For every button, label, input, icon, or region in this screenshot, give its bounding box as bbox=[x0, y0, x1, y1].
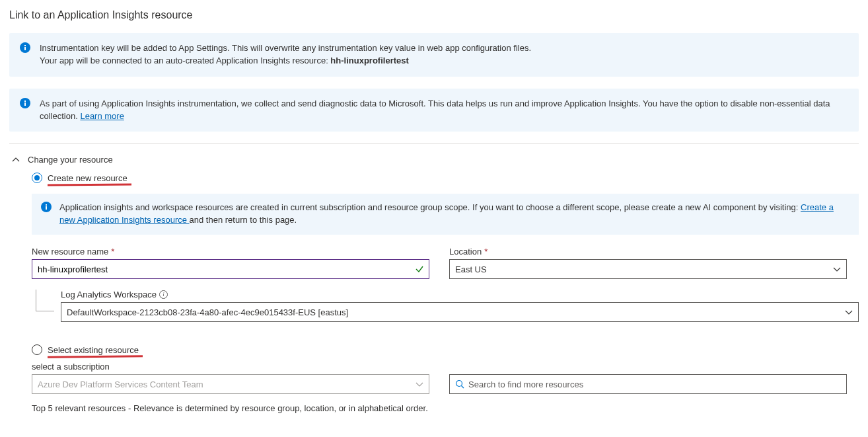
learn-more-link[interactable]: Learn more bbox=[80, 111, 124, 121]
svg-line-10 bbox=[462, 386, 464, 389]
radio-input[interactable] bbox=[32, 344, 42, 355]
checkmark-icon bbox=[415, 264, 424, 274]
info-line-2-prefix: Your app will be connected to an auto-cr… bbox=[40, 56, 330, 65]
info-line-2: Your app will be connected to an auto-cr… bbox=[40, 55, 848, 67]
svg-rect-1 bbox=[24, 47, 26, 50]
info-icon bbox=[20, 42, 30, 53]
radio-select-existing[interactable]: Select existing resource bbox=[32, 344, 859, 355]
radio-create-new[interactable]: Create new resource bbox=[32, 173, 859, 183]
info-telemetry-text: As part of using Application Insights in… bbox=[40, 99, 830, 121]
info-banner-create-scope: Application insights and workspace resou… bbox=[32, 194, 859, 235]
svg-rect-4 bbox=[24, 102, 26, 106]
svg-rect-8 bbox=[46, 204, 47, 206]
create-info-text: Application insights and workspace resou… bbox=[59, 202, 801, 212]
resource-search-input[interactable]: Search to find more resources bbox=[449, 374, 847, 394]
svg-point-9 bbox=[456, 381, 462, 387]
new-resource-name-input[interactable] bbox=[32, 259, 429, 279]
radio-label-wrap: Select existing resource bbox=[48, 345, 139, 355]
chevron-down-icon bbox=[416, 380, 423, 388]
workspace-value: DefaultWorkspace-2123cb08-23fa-4a80-afec… bbox=[67, 307, 348, 317]
info-hint-icon[interactable]: i bbox=[159, 290, 168, 299]
location-select[interactable]: East US bbox=[449, 259, 847, 279]
radio-label-wrap: Create new resource bbox=[48, 173, 127, 183]
page-title: Link to an Application Insights resource bbox=[9, 9, 859, 21]
chevron-down-icon bbox=[845, 308, 853, 316]
subscription-value: Azure Dev Platform Services Content Team bbox=[38, 379, 203, 389]
subscription-select: Azure Dev Platform Services Content Team bbox=[32, 374, 429, 394]
info-resource-name: hh-linuxprofilertest bbox=[330, 56, 408, 65]
collapser-change-resource[interactable]: Change your resource bbox=[9, 153, 859, 173]
subscription-label: select a subscription bbox=[32, 362, 859, 372]
workspace-select[interactable]: DefaultWorkspace-2123cb08-23fa-4a80-afec… bbox=[61, 302, 859, 322]
highlight-underline bbox=[48, 355, 143, 358]
info-banner-telemetry: As part of using Application Insights in… bbox=[9, 89, 859, 132]
location-label: Location* bbox=[449, 247, 847, 257]
divider bbox=[9, 143, 859, 144]
radio-create-label: Create new resource bbox=[48, 173, 127, 183]
info-line-1: Instrumentation key will be added to App… bbox=[40, 42, 848, 55]
search-placeholder: Search to find more resources bbox=[468, 379, 583, 389]
info-banner-instrumentation: Instrumentation key will be added to App… bbox=[9, 33, 859, 77]
svg-rect-5 bbox=[24, 100, 26, 102]
tree-connector bbox=[32, 290, 61, 322]
collapser-label: Change your resource bbox=[28, 155, 113, 165]
new-resource-name-label: New resource name* bbox=[32, 247, 429, 257]
svg-rect-2 bbox=[24, 45, 26, 46]
workspace-label: Log Analytics Workspace i bbox=[61, 290, 859, 299]
search-icon bbox=[455, 379, 464, 389]
required-mark: * bbox=[111, 247, 114, 257]
relevance-footnote: Top 5 relevant resources - Relevance is … bbox=[32, 403, 859, 413]
radio-select-label: Select existing resource bbox=[48, 345, 139, 355]
create-info-suffix: and then return to this page. bbox=[190, 215, 297, 225]
location-value: East US bbox=[455, 264, 487, 274]
highlight-underline bbox=[48, 183, 131, 186]
info-icon bbox=[41, 202, 52, 212]
info-icon bbox=[20, 98, 30, 108]
chevron-up-icon bbox=[12, 156, 20, 164]
radio-input[interactable] bbox=[32, 173, 42, 183]
svg-rect-7 bbox=[46, 206, 47, 210]
chevron-down-icon bbox=[833, 265, 841, 273]
required-mark: * bbox=[484, 247, 488, 257]
